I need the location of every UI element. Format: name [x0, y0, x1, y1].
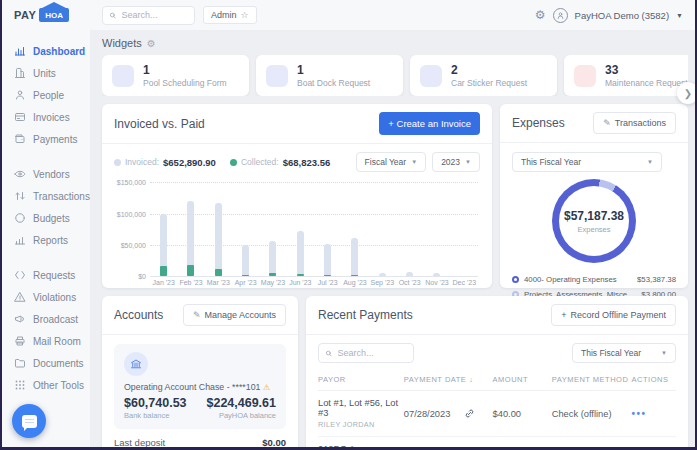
- sidebar-item-invoices[interactable]: Invoices: [2, 106, 90, 128]
- transactions-button[interactable]: ✎ Transactions: [593, 112, 676, 134]
- violations-icon: [14, 291, 26, 303]
- x-axis-tick: Dec '23: [451, 279, 478, 286]
- global-search-input[interactable]: [122, 10, 188, 20]
- x-axis-tick: Sep '23: [369, 279, 396, 286]
- sidebar-item-documents[interactable]: Documents: [2, 352, 90, 374]
- operating-account-summary[interactable]: Operating Account Chase - ****101 ⚠ $60,…: [114, 344, 286, 429]
- payments-period-select[interactable]: This Fiscal Year▼: [572, 343, 676, 363]
- expense-category-row: 4000- Operating Expenses$53,387.38: [512, 272, 676, 287]
- x-axis-tick: Jan '23: [150, 279, 177, 286]
- sidebar-item-payments[interactable]: Payments: [2, 128, 90, 150]
- reports-icon: [14, 234, 26, 246]
- widget-boat-dock-request[interactable]: 1Boat Dock Request: [256, 55, 403, 96]
- bar-sep23: [369, 182, 396, 276]
- chevron-down-icon[interactable]: ▼: [676, 12, 683, 19]
- bar-may23: [259, 182, 286, 276]
- accounts-card-title: Accounts: [114, 308, 163, 322]
- sidebar-item-requests[interactable]: Requests: [2, 264, 90, 286]
- create-invoice-button[interactable]: + Create an Invoice: [379, 112, 480, 135]
- bank-balance-label: Bank balance: [124, 411, 187, 420]
- sidebar-item-reports[interactable]: Reports: [2, 229, 90, 251]
- widget-count: 1: [143, 63, 227, 77]
- bar-feb23: [177, 182, 204, 276]
- payments-search-input[interactable]: [338, 348, 407, 358]
- widgets-settings-gear-icon[interactable]: ⚙: [147, 38, 156, 49]
- bar-jan23: [150, 182, 177, 276]
- column-amount[interactable]: Amount: [493, 375, 552, 384]
- sidebar-item-mail-room[interactable]: Mail Room: [2, 330, 90, 352]
- accounts-card: Accounts ✎ Manage Accounts Operat: [102, 296, 298, 447]
- column-payor[interactable]: Payor: [318, 375, 404, 384]
- sidebar-item-other-tools[interactable]: Other Tools: [2, 374, 90, 396]
- link-icon[interactable]: [464, 408, 475, 419]
- sidebar-item-broadcast[interactable]: Broadcast: [2, 308, 90, 330]
- mailroom-icon: [14, 335, 26, 347]
- widgets-heading: Widgets: [102, 37, 142, 49]
- bar-dec23: [451, 182, 478, 276]
- app-window: PAY HOA Admin ☆ ⚙ PayHOA Demo (3582) ▼ D…: [2, 0, 695, 447]
- units-icon: [14, 67, 26, 79]
- manage-accounts-button[interactable]: ✎ Manage Accounts: [183, 304, 286, 326]
- column-payment-method[interactable]: Payment Method: [552, 375, 632, 384]
- x-axis-tick: Jul '23: [314, 279, 341, 286]
- sort-descending-icon[interactable]: ↓: [469, 375, 473, 384]
- sidebar-item-violations[interactable]: Violations: [2, 286, 90, 308]
- year-select[interactable]: 2023▼: [432, 152, 480, 172]
- payment-method: Check (offline): [552, 409, 632, 419]
- last-deposit-label: Last deposit: [114, 437, 165, 447]
- row-actions-menu[interactable]: •••: [632, 408, 676, 419]
- admin-button[interactable]: Admin ☆: [203, 6, 257, 24]
- sidebar-item-vendors[interactable]: Vendors: [2, 163, 90, 185]
- x-axis-tick: Apr '23: [232, 279, 259, 286]
- widget-count: 33: [605, 63, 688, 77]
- payor-subname: Riley Jordan: [318, 420, 404, 429]
- fiscal-year-type-select[interactable]: Fiscal Year▼: [356, 152, 427, 172]
- dashboard-icon: [14, 45, 26, 57]
- widget-pool-scheduling-form[interactable]: 1Pool Scheduling Form: [102, 55, 249, 96]
- widget-maintenance-request[interactable]: 33Maintenance Request: [564, 55, 688, 96]
- payor-name[interactable]: 012BG A: [318, 444, 404, 447]
- widgets-row: 1Pool Scheduling Form1Boat Dock Request2…: [102, 55, 688, 96]
- last-deposit-value: $0.00: [262, 437, 286, 447]
- expenses-total: $57,187.38: [564, 209, 624, 223]
- bank-icon: [124, 352, 148, 376]
- requests-icon: [14, 269, 26, 281]
- expenses-card-title: Expenses: [512, 116, 565, 130]
- last-deposit-row: Last deposit $0.00: [114, 429, 286, 447]
- expenses-period-select[interactable]: This Fiscal Year▼: [512, 152, 662, 172]
- column-actions[interactable]: Actions: [632, 375, 676, 384]
- payor-name[interactable]: Lot #1, Lot #56, Lot #3: [318, 398, 404, 418]
- record-offline-payment-button[interactable]: + Record Offline Payment: [551, 304, 676, 326]
- search-icon: [109, 11, 117, 20]
- widgets-scroll-right-button[interactable]: ❯: [677, 82, 695, 104]
- sidebar-item-transactions[interactable]: Transactions: [2, 185, 90, 207]
- widget-car-sticker-request[interactable]: 2Car Sticker Request: [410, 55, 557, 96]
- sidebar-item-people[interactable]: People: [2, 84, 90, 106]
- bar-aug23: [341, 182, 368, 276]
- account-menu[interactable]: PayHOA Demo (3582): [575, 10, 670, 21]
- global-search[interactable]: [102, 6, 195, 25]
- category-dot-icon: [512, 276, 519, 283]
- sidebar-item-budgets[interactable]: Budgets: [2, 207, 90, 229]
- payments-search[interactable]: [318, 343, 414, 363]
- payments-icon: [14, 133, 26, 145]
- form-icon: [420, 65, 442, 87]
- user-avatar-icon[interactable]: [553, 8, 568, 23]
- warning-icon[interactable]: ⚠: [263, 383, 270, 392]
- chat-support-button[interactable]: [12, 404, 46, 438]
- documents-icon: [14, 357, 26, 369]
- widget-label: Boat Dock Request: [297, 78, 370, 88]
- column-payment-date[interactable]: Payment Date↓: [404, 375, 493, 384]
- logo-hoa-house-icon: HOA: [39, 8, 69, 22]
- x-axis-tick: Oct '23: [396, 279, 423, 286]
- vendors-icon: [14, 168, 26, 180]
- payments-table-header: PayorPayment Date↓AmountPayment MethodAc…: [318, 369, 676, 391]
- settings-gear-icon[interactable]: ⚙: [535, 8, 546, 22]
- sidebar-item-units[interactable]: Units: [2, 62, 90, 84]
- x-axis-tick: May '23: [259, 279, 286, 286]
- sidebar-item-dashboard[interactable]: Dashboard: [2, 40, 90, 62]
- payhoa-logo[interactable]: PAY HOA: [2, 8, 90, 22]
- bar-oct23: [396, 182, 423, 276]
- bar-nov23: [423, 182, 450, 276]
- widget-label: Maintenance Request: [605, 78, 688, 88]
